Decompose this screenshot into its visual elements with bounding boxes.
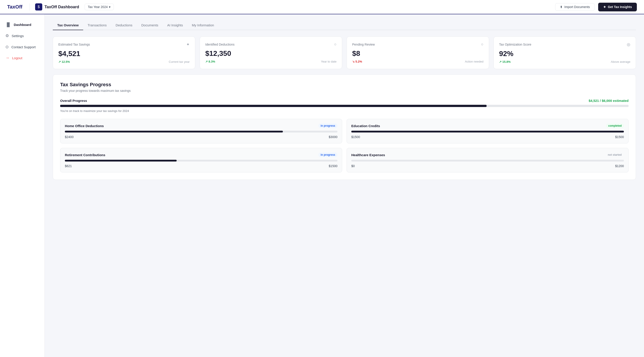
stat-value-pending: $8	[352, 49, 484, 58]
sidebar-label-settings: Settings	[12, 34, 24, 38]
sub-progress-bar-home-office	[65, 131, 338, 132]
sub-progress-education-credits: Education Credits completed $1500 $1500	[346, 119, 628, 143]
stat-sub-deductions: Year to date	[321, 60, 336, 63]
sub-progress-fill-home-office	[65, 131, 283, 132]
stat-value-deductions: $12,350	[205, 49, 336, 58]
stat-card-estimated-tax-savings: Estimated Tax Savings ✦ $4,521 ↗ 12.5% C…	[53, 36, 195, 69]
tab-deductions[interactable]: Deductions	[111, 20, 137, 30]
progress-subtitle: Track your progress towards maximum tax …	[60, 89, 628, 92]
stat-cards-grid: Estimated Tax Savings ✦ $4,521 ↗ 12.5% C…	[53, 36, 636, 69]
logout-icon: →	[5, 56, 10, 60]
stat-label-score: Tax Optimization Score	[499, 43, 531, 46]
sidebar-item-dashboard[interactable]: ▐▌ Dashboard	[0, 20, 44, 30]
overall-progress-header: Overall Progress $4,521 / $6,000 estimat…	[60, 99, 628, 102]
target-icon: ◎	[627, 42, 630, 47]
sub-badge-education: completed	[606, 124, 624, 128]
sub-progress-fill-retirement	[65, 160, 177, 162]
sub-progress-retirement: Retirement Contributions in progress $62…	[60, 148, 342, 172]
help-icon: ⊙	[5, 44, 9, 49]
sub-max-education: $1500	[615, 135, 624, 139]
sub-current-retirement: $621	[65, 164, 72, 168]
progress-title: Tax Savings Progress	[60, 82, 628, 88]
sub-progress-home-office: Home Office Deductions in progress $2400…	[60, 119, 342, 143]
sub-progress-bar-education	[351, 131, 624, 132]
clock-icon: ○	[481, 42, 484, 47]
tab-bar: Tax Overview Transactions Deductions Doc…	[53, 20, 636, 30]
settings-icon: ⚙	[5, 33, 9, 38]
stat-label-tax-savings: Estimated Tax Savings	[58, 43, 90, 46]
sparkle-icon: ✦	[603, 5, 606, 9]
stat-sub-pending: Action needed	[465, 60, 484, 63]
insights-button-label: Get Tax Insights	[608, 5, 632, 9]
dashboard-icon: ▐▌	[5, 22, 11, 27]
stat-value-score: 92%	[499, 50, 630, 58]
tab-my-information[interactable]: My Information	[188, 20, 218, 30]
header-logo-icon: $	[35, 3, 42, 10]
stat-badge-score: ↗ 15.8%	[499, 60, 510, 63]
stat-badge-pending: ↘ 5.2%	[352, 60, 362, 63]
stat-badge-tax-savings: ↗ 12.5%	[58, 60, 70, 63]
year-label: Tax Year 2024	[88, 5, 108, 9]
sub-progress-bar-retirement	[65, 160, 338, 162]
tab-ai-insights[interactable]: AI Insights	[163, 20, 188, 30]
sub-progress-name-education: Education Credits	[351, 124, 380, 128]
sub-max-retirement: $1500	[329, 164, 338, 168]
sidebar-item-settings[interactable]: ⚙ Settings	[0, 31, 44, 41]
overall-progress-bar	[60, 105, 628, 107]
get-tax-insights-button[interactable]: ✦ Get Tax Insights	[598, 3, 637, 11]
tab-transactions[interactable]: Transactions	[83, 20, 111, 30]
stat-card-pending-review: Pending Review ○ $8 ↘ 5.2% Action needed	[346, 36, 489, 69]
upload-icon: ⬆	[560, 5, 562, 9]
sub-progress-name-home-office: Home Office Deductions	[65, 124, 104, 128]
sub-current-education: $1500	[351, 135, 360, 139]
sub-badge-home-office: in progress	[318, 124, 338, 128]
stat-sub-score: Above average	[611, 60, 630, 63]
sub-badge-healthcare: not started	[606, 153, 624, 157]
sparkle-icon-tax: ✦	[186, 42, 190, 47]
sidebar-item-logout[interactable]: → Logout	[0, 53, 44, 63]
sub-max-home-office: $3000	[329, 135, 338, 139]
stat-value-tax-savings: $4,521	[58, 50, 190, 58]
header-divider	[30, 3, 30, 10]
sidebar-label-contact-support: Contact Support	[12, 45, 36, 49]
sub-progress-bar-healthcare	[351, 160, 624, 162]
stat-badge-deductions: ↗ 8.3%	[205, 60, 215, 63]
progress-track-message: You're on track to maximize your tax sav…	[60, 109, 628, 113]
stat-card-identified-deductions: Identified Deductions ○ $12,350 ↗ 8.3% Y…	[200, 36, 342, 69]
import-button-label: Import Documents	[564, 5, 590, 9]
import-documents-button[interactable]: ⬆ Import Documents	[555, 3, 594, 11]
sub-progress-grid: Home Office Deductions in progress $2400…	[60, 119, 628, 172]
circle-check-icon: ○	[334, 42, 336, 47]
sidebar-label-logout: Logout	[12, 56, 22, 60]
main-content: Tax Overview Transactions Deductions Doc…	[45, 14, 644, 357]
sub-current-healthcare: $0	[351, 164, 355, 168]
tab-tax-overview[interactable]: Tax Overview	[53, 20, 83, 30]
sub-badge-retirement: in progress	[318, 153, 338, 157]
sub-progress-name-healthcare: Healthcare Expenses	[351, 153, 385, 157]
stat-label-deductions: Identified Deductions	[205, 43, 234, 46]
sub-current-home-office: $2400	[65, 135, 74, 139]
stat-sub-tax-savings: Current tax year	[169, 60, 190, 63]
header-title-wrap: $ TaxOff Dashboard	[35, 3, 79, 10]
sub-max-healthcare: $1200	[615, 164, 624, 168]
chevron-down-icon: ▾	[109, 5, 110, 9]
sidebar-label-dashboard: Dashboard	[14, 23, 31, 26]
header-title: TaxOff Dashboard	[44, 5, 79, 9]
sub-progress-healthcare: Healthcare Expenses not started $0 $1200	[346, 148, 628, 172]
sidebar: ▐▌ Dashboard ⚙ Settings ⊙ Contact Suppor…	[0, 14, 45, 357]
overall-progress-amount: $4,521 / $6,000 estimated	[589, 99, 628, 102]
tax-savings-progress-section: Tax Savings Progress Track your progress…	[53, 74, 636, 180]
sub-progress-fill-education	[351, 131, 624, 132]
overall-progress-bar-fill	[60, 105, 486, 107]
stat-label-pending: Pending Review	[352, 43, 375, 46]
year-selector[interactable]: Tax Year 2024 ▾	[84, 3, 114, 10]
tab-documents[interactable]: Documents	[137, 20, 163, 30]
overall-progress-label: Overall Progress	[60, 99, 87, 102]
stat-card-optimization-score: Tax Optimization Score ◎ 92% ↗ 15.8% Abo…	[494, 36, 636, 69]
sidebar-item-contact-support[interactable]: ⊙ Contact Support	[0, 42, 44, 52]
logo: TaxOff	[7, 4, 22, 10]
sub-progress-name-retirement: Retirement Contributions	[65, 153, 105, 157]
